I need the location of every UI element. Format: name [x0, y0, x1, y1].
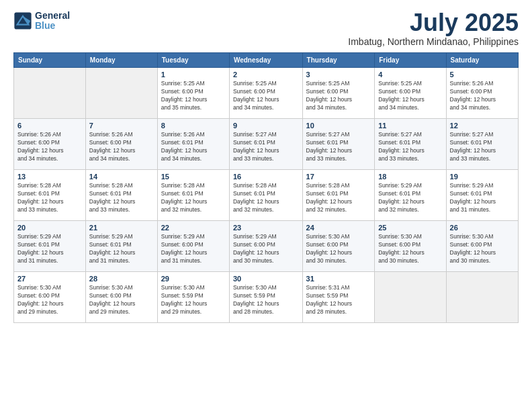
weekday-header-monday: Monday — [85, 53, 157, 68]
day-number: 17 — [306, 173, 371, 181]
calendar-cell: 5Sunrise: 5:26 AM Sunset: 6:00 PM Daylig… — [446, 68, 518, 119]
day-number: 21 — [89, 224, 154, 232]
calendar-cell: 10Sunrise: 5:27 AM Sunset: 6:01 PM Dayli… — [302, 119, 375, 170]
day-info: Sunrise: 5:27 AM Sunset: 6:01 PM Dayligh… — [306, 131, 371, 163]
day-info: Sunrise: 5:30 AM Sunset: 5:59 PM Dayligh… — [161, 284, 226, 316]
calendar-cell: 7Sunrise: 5:26 AM Sunset: 6:00 PM Daylig… — [85, 119, 157, 170]
calendar-cell: 6Sunrise: 5:26 AM Sunset: 6:00 PM Daylig… — [14, 119, 86, 170]
weekday-header-wednesday: Wednesday — [229, 53, 302, 68]
calendar-cell: 22Sunrise: 5:29 AM Sunset: 6:00 PM Dayli… — [157, 221, 229, 272]
day-number: 15 — [161, 173, 226, 181]
day-number: 31 — [306, 275, 371, 283]
day-number: 3 — [306, 71, 371, 79]
logo-line1: General — [35, 11, 70, 21]
calendar-cell — [446, 272, 518, 323]
weekday-header-saturday: Saturday — [446, 53, 518, 68]
calendar-cell: 30Sunrise: 5:30 AM Sunset: 5:59 PM Dayli… — [229, 272, 302, 323]
calendar-cell: 28Sunrise: 5:30 AM Sunset: 6:00 PM Dayli… — [85, 272, 157, 323]
weekday-header-thursday: Thursday — [302, 53, 375, 68]
day-info: Sunrise: 5:28 AM Sunset: 6:01 PM Dayligh… — [17, 182, 82, 214]
location-subtitle: Imbatug, Northern Mindanao, Philippines — [348, 36, 519, 47]
day-number: 28 — [89, 275, 154, 283]
calendar-cell: 23Sunrise: 5:29 AM Sunset: 6:00 PM Dayli… — [229, 221, 302, 272]
calendar-cell: 2Sunrise: 5:25 AM Sunset: 6:00 PM Daylig… — [229, 68, 302, 119]
weekday-header-sunday: Sunday — [14, 53, 86, 68]
day-number: 2 — [233, 71, 299, 79]
calendar-cell: 19Sunrise: 5:29 AM Sunset: 6:01 PM Dayli… — [446, 170, 518, 221]
calendar-cell — [14, 68, 86, 119]
day-info: Sunrise: 5:28 AM Sunset: 6:01 PM Dayligh… — [233, 182, 299, 214]
day-info: Sunrise: 5:30 AM Sunset: 5:59 PM Dayligh… — [233, 284, 299, 316]
day-info: Sunrise: 5:28 AM Sunset: 6:01 PM Dayligh… — [89, 182, 154, 214]
day-number: 29 — [161, 275, 226, 283]
calendar-cell: 3Sunrise: 5:25 AM Sunset: 6:00 PM Daylig… — [302, 68, 375, 119]
day-info: Sunrise: 5:28 AM Sunset: 6:01 PM Dayligh… — [161, 182, 226, 214]
calendar-body: 1Sunrise: 5:25 AM Sunset: 6:00 PM Daylig… — [14, 68, 519, 323]
day-number: 20 — [17, 224, 82, 232]
day-info: Sunrise: 5:26 AM Sunset: 6:01 PM Dayligh… — [161, 131, 226, 163]
day-info: Sunrise: 5:31 AM Sunset: 5:59 PM Dayligh… — [306, 284, 371, 316]
day-number: 23 — [233, 224, 299, 232]
logo: General Blue — [13, 11, 70, 32]
calendar-cell: 11Sunrise: 5:27 AM Sunset: 6:01 PM Dayli… — [375, 119, 446, 170]
day-info: Sunrise: 5:29 AM Sunset: 6:01 PM Dayligh… — [378, 182, 442, 214]
calendar-cell: 31Sunrise: 5:31 AM Sunset: 5:59 PM Dayli… — [302, 272, 375, 323]
calendar-cell: 4Sunrise: 5:25 AM Sunset: 6:00 PM Daylig… — [375, 68, 446, 119]
day-number: 12 — [450, 122, 515, 130]
weekday-header-friday: Friday — [375, 53, 446, 68]
day-number: 14 — [89, 173, 154, 181]
day-info: Sunrise: 5:28 AM Sunset: 6:01 PM Dayligh… — [306, 182, 371, 214]
calendar-cell: 13Sunrise: 5:28 AM Sunset: 6:01 PM Dayli… — [14, 170, 86, 221]
calendar-week-5: 27Sunrise: 5:30 AM Sunset: 6:00 PM Dayli… — [14, 272, 519, 323]
calendar-cell: 9Sunrise: 5:27 AM Sunset: 6:01 PM Daylig… — [229, 119, 302, 170]
day-number: 4 — [378, 71, 442, 79]
day-info: Sunrise: 5:29 AM Sunset: 6:01 PM Dayligh… — [89, 233, 154, 265]
day-number: 18 — [378, 173, 442, 181]
day-number: 27 — [17, 275, 82, 283]
day-number: 6 — [17, 122, 82, 130]
calendar-cell — [375, 272, 446, 323]
day-number: 26 — [450, 224, 515, 232]
day-number: 11 — [378, 122, 442, 130]
calendar-cell: 14Sunrise: 5:28 AM Sunset: 6:01 PM Dayli… — [85, 170, 157, 221]
month-title: July 2025 — [348, 11, 519, 35]
day-number: 1 — [161, 71, 226, 79]
day-info: Sunrise: 5:25 AM Sunset: 6:00 PM Dayligh… — [306, 80, 371, 112]
weekday-header-row: SundayMondayTuesdayWednesdayThursdayFrid… — [14, 53, 519, 68]
day-info: Sunrise: 5:25 AM Sunset: 6:00 PM Dayligh… — [378, 80, 442, 112]
calendar-cell: 26Sunrise: 5:30 AM Sunset: 6:00 PM Dayli… — [446, 221, 518, 272]
calendar-cell: 16Sunrise: 5:28 AM Sunset: 6:01 PM Dayli… — [229, 170, 302, 221]
day-info: Sunrise: 5:27 AM Sunset: 6:01 PM Dayligh… — [378, 131, 442, 163]
day-number: 25 — [378, 224, 442, 232]
calendar-cell: 1Sunrise: 5:25 AM Sunset: 6:00 PM Daylig… — [157, 68, 229, 119]
day-info: Sunrise: 5:26 AM Sunset: 6:00 PM Dayligh… — [450, 80, 515, 112]
calendar-cell — [85, 68, 157, 119]
day-info: Sunrise: 5:27 AM Sunset: 6:01 PM Dayligh… — [450, 131, 515, 163]
day-number: 9 — [233, 122, 299, 130]
day-info: Sunrise: 5:30 AM Sunset: 6:00 PM Dayligh… — [378, 233, 442, 265]
day-info: Sunrise: 5:26 AM Sunset: 6:00 PM Dayligh… — [17, 131, 82, 163]
day-number: 24 — [306, 224, 371, 232]
day-info: Sunrise: 5:30 AM Sunset: 6:00 PM Dayligh… — [89, 284, 154, 316]
calendar-cell: 20Sunrise: 5:29 AM Sunset: 6:01 PM Dayli… — [14, 221, 86, 272]
logo-text: General Blue — [35, 11, 70, 32]
calendar-cell: 25Sunrise: 5:30 AM Sunset: 6:00 PM Dayli… — [375, 221, 446, 272]
weekday-header-tuesday: Tuesday — [157, 53, 229, 68]
day-info: Sunrise: 5:30 AM Sunset: 6:00 PM Dayligh… — [17, 284, 82, 316]
day-number: 30 — [233, 275, 299, 283]
title-block: July 2025 Imbatug, Northern Mindanao, Ph… — [348, 11, 519, 47]
calendar-cell: 24Sunrise: 5:30 AM Sunset: 6:00 PM Dayli… — [302, 221, 375, 272]
day-number: 22 — [161, 224, 226, 232]
day-number: 7 — [89, 122, 154, 130]
calendar-table: SundayMondayTuesdayWednesdayThursdayFrid… — [13, 52, 519, 323]
day-info: Sunrise: 5:26 AM Sunset: 6:00 PM Dayligh… — [89, 131, 154, 163]
logo-icon — [13, 11, 32, 30]
calendar-cell: 8Sunrise: 5:26 AM Sunset: 6:01 PM Daylig… — [157, 119, 229, 170]
calendar-cell: 17Sunrise: 5:28 AM Sunset: 6:01 PM Dayli… — [302, 170, 375, 221]
day-number: 8 — [161, 122, 226, 130]
calendar-cell: 27Sunrise: 5:30 AM Sunset: 6:00 PM Dayli… — [14, 272, 86, 323]
day-number: 16 — [233, 173, 299, 181]
calendar-cell: 29Sunrise: 5:30 AM Sunset: 5:59 PM Dayli… — [157, 272, 229, 323]
calendar-cell: 12Sunrise: 5:27 AM Sunset: 6:01 PM Dayli… — [446, 119, 518, 170]
day-number: 19 — [450, 173, 515, 181]
